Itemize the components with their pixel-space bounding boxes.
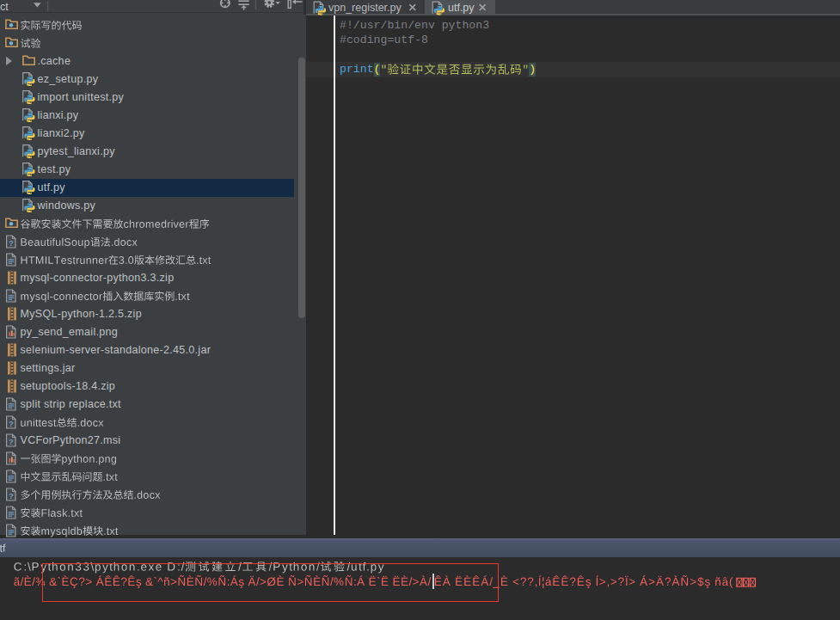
- svg-text:?: ?: [9, 491, 14, 500]
- svg-text:?: ?: [9, 437, 14, 446]
- svg-text:?: ?: [9, 419, 14, 428]
- svg-text:?: ?: [9, 238, 14, 248]
